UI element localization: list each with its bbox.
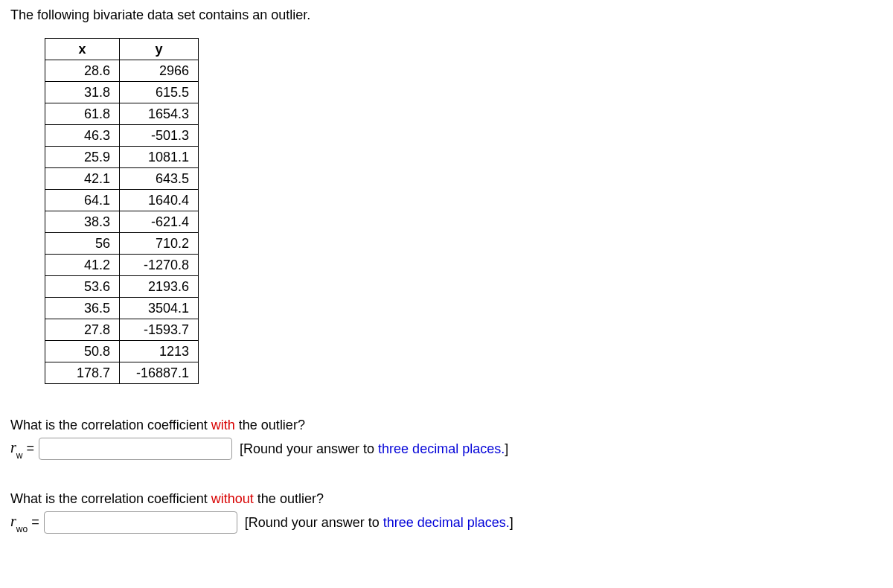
col-header-x: x [45,39,120,60]
table-row: 25.91081.1 [45,147,199,168]
question-without-outlier: What is the correlation coefficient with… [10,491,883,507]
cell-x: 50.8 [45,341,120,362]
cell-x: 41.2 [45,255,120,276]
cell-y: -1593.7 [120,319,199,341]
table-row: 64.11640.4 [45,190,199,211]
cell-x: 36.5 [45,298,120,319]
answer-input-without[interactable] [44,511,237,534]
table-row: 61.81654.3 [45,103,199,125]
r-label-with: rw = [10,439,34,458]
cell-y: 3504.1 [120,298,199,319]
cell-x: 178.7 [45,362,120,384]
table-row: 178.7-16887.1 [45,362,199,384]
table-row: 46.3-501.3 [45,125,199,147]
data-table: x y 28.6296631.8615.561.81654.346.3-501.… [45,38,199,384]
table-row: 36.53504.1 [45,298,199,319]
cell-y: 710.2 [120,233,199,255]
table-row: 41.2-1270.8 [45,255,199,276]
table-header-row: x y [45,39,199,60]
cell-x: 53.6 [45,276,120,298]
cell-y: -16887.1 [120,362,199,384]
cell-x: 64.1 [45,190,120,211]
table-row: 50.81213 [45,341,199,362]
hint-without: [Round your answer to three decimal plac… [245,515,513,531]
cell-x: 61.8 [45,103,120,125]
cell-y: 615.5 [120,82,199,103]
cell-y: -1270.8 [120,255,199,276]
cell-x: 42.1 [45,168,120,190]
cell-y: 1213 [120,341,199,362]
cell-x: 27.8 [45,319,120,341]
table-row: 53.62193.6 [45,276,199,298]
cell-y: 643.5 [120,168,199,190]
q1-emph: with [211,418,235,432]
hint-with: [Round your answer to three decimal plac… [240,441,508,457]
cell-y: 1654.3 [120,103,199,125]
table-row: 27.8-1593.7 [45,319,199,341]
answer-input-with[interactable] [39,438,232,460]
table-row: 56710.2 [45,233,199,255]
cell-x: 38.3 [45,211,120,233]
table-row: 42.1643.5 [45,168,199,190]
cell-y: -501.3 [120,125,199,147]
q1-prefix: What is the correlation coefficient [10,418,211,432]
cell-x: 28.6 [45,60,120,82]
cell-y: -621.4 [120,211,199,233]
cell-x: 25.9 [45,147,120,168]
q2-suffix: the outlier? [254,491,324,506]
intro-text: The following bivariate data set contain… [10,7,883,23]
r-label-without: rwo = [10,513,39,532]
q2-prefix: What is the correlation coefficient [10,491,211,506]
cell-y: 2966 [120,60,199,82]
question-with-outlier: What is the correlation coefficient with… [10,418,883,433]
q1-suffix: the outlier? [235,418,305,432]
answer-row-without: rwo = [Round your answer to three decima… [10,511,883,534]
table-row: 31.8615.5 [45,82,199,103]
cell-x: 56 [45,233,120,255]
table-row: 38.3-621.4 [45,211,199,233]
cell-x: 31.8 [45,82,120,103]
cell-y: 2193.6 [120,276,199,298]
col-header-y: y [120,39,199,60]
q2-emph: without [211,491,254,506]
answer-row-with: rw = [Round your answer to three decimal… [10,438,883,460]
cell-x: 46.3 [45,125,120,147]
cell-y: 1081.1 [120,147,199,168]
table-row: 28.62966 [45,60,199,82]
cell-y: 1640.4 [120,190,199,211]
